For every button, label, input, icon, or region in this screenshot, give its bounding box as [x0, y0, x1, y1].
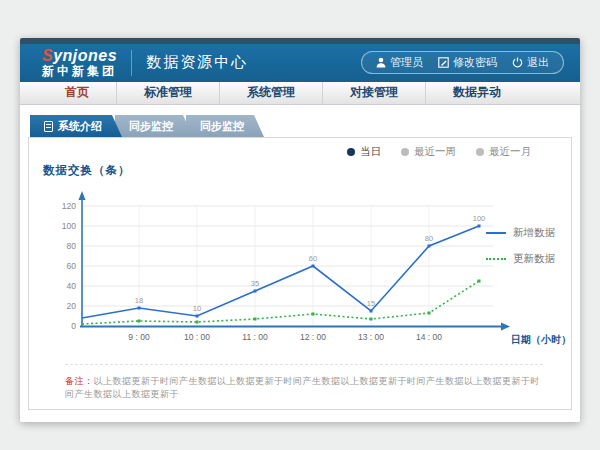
- svg-text:20: 20: [67, 301, 77, 311]
- svg-text:100: 100: [473, 214, 486, 223]
- svg-text:9 : 00: 9 : 00: [128, 332, 150, 342]
- radio-label: 当日: [360, 145, 381, 159]
- current-user-label: 管理员: [390, 55, 423, 70]
- radio-today[interactable]: 当日: [347, 145, 381, 159]
- tab-label: 同步监控: [200, 119, 244, 134]
- svg-text:100: 100: [62, 221, 76, 231]
- svg-text:80: 80: [425, 234, 433, 243]
- svg-text:日期（小时）: 日期（小时）: [511, 334, 571, 345]
- footnote-text: 以上数据更新于时间产生数据以上数据更新于时间产生数据以上数据更新于时间产生数据以…: [65, 376, 540, 399]
- page-background: Synjones 新中新集团 数据资源中心 管理员 修改密码: [0, 0, 600, 450]
- svg-text:60: 60: [67, 261, 77, 271]
- content-area: 系统介绍 同步监控 同步监控 当日 最近一周: [20, 105, 580, 422]
- svg-text:40: 40: [67, 281, 77, 291]
- change-password-button[interactable]: 修改密码: [438, 55, 497, 70]
- legend-label: 更新数据: [513, 252, 555, 266]
- tab-label: 系统介绍: [58, 119, 102, 134]
- svg-text:18: 18: [135, 296, 143, 305]
- nav-item-standard-mgmt[interactable]: 标准管理: [117, 82, 220, 104]
- account-toolbar: 管理员 修改密码 退出: [361, 51, 564, 74]
- logout-label: 退出: [527, 55, 549, 70]
- time-range-radio-group: 当日 最近一周 最近一月: [37, 144, 563, 159]
- svg-text:13 : 00: 13 : 00: [358, 332, 384, 342]
- legend-label: 新增数据: [513, 226, 555, 240]
- document-icon: [44, 121, 53, 132]
- svg-text:12 : 00: 12 : 00: [300, 332, 326, 342]
- chart-panel: 当日 最近一周 最近一月 数据交换（条） 0204060801001209 : …: [28, 137, 572, 410]
- svg-text:14 : 00: 14 : 00: [416, 332, 442, 342]
- user-icon: [376, 57, 386, 68]
- radio-dot-icon: [476, 148, 484, 156]
- radio-dot-icon: [347, 148, 355, 156]
- page-title: 数据资源中心: [146, 53, 248, 72]
- logout-button[interactable]: 退出: [512, 55, 549, 70]
- logo-wordmark: Synjones: [42, 48, 117, 65]
- solid-line-swatch-icon: [486, 232, 506, 234]
- radio-dot-icon: [401, 148, 409, 156]
- edit-icon: [438, 57, 449, 68]
- app-header: Synjones 新中新集团 数据资源中心 管理员 修改密码: [20, 44, 580, 82]
- y-axis-title: 数据交换（条）: [43, 163, 563, 178]
- tab-sync-monitor-1[interactable]: 同步监控: [115, 115, 193, 137]
- tab-system-intro[interactable]: 系统介绍: [30, 115, 122, 137]
- header-divider: [131, 50, 132, 76]
- chart-legend: 新增数据 更新数据: [486, 226, 555, 266]
- svg-text:0: 0: [71, 321, 76, 331]
- nav-item-home[interactable]: 首页: [38, 82, 117, 104]
- footnote: 备注：以上数据更新于时间产生数据以上数据更新于时间产生数据以上数据更新于时间产生…: [65, 364, 543, 401]
- nav-item-system-mgmt[interactable]: 系统管理: [220, 82, 323, 104]
- line-chart: 0204060801001209 : 0010 : 0011 : 0012 : …: [37, 180, 577, 358]
- svg-text:10: 10: [193, 304, 201, 313]
- nav-item-interface-mgmt[interactable]: 对接管理: [323, 82, 426, 104]
- legend-item-updated-data[interactable]: 更新数据: [486, 252, 555, 266]
- svg-text:11 : 00: 11 : 00: [242, 332, 268, 342]
- company-logo: Synjones 新中新集团: [42, 48, 117, 77]
- radio-last-month[interactable]: 最近一月: [476, 145, 531, 159]
- change-password-label: 修改密码: [453, 55, 497, 70]
- svg-text:80: 80: [67, 241, 77, 251]
- footnote-label: 备注：: [65, 376, 94, 386]
- svg-text:10 : 00: 10 : 00: [184, 332, 210, 342]
- svg-text:60: 60: [309, 254, 317, 263]
- radio-label: 最近一月: [489, 145, 531, 159]
- app-window: Synjones 新中新集团 数据资源中心 管理员 修改密码: [20, 38, 580, 422]
- main-nav: 首页 标准管理 系统管理 对接管理 数据异动: [20, 82, 580, 105]
- radio-last-week[interactable]: 最近一周: [401, 145, 456, 159]
- legend-item-new-data[interactable]: 新增数据: [486, 226, 555, 240]
- tab-bar: 系统介绍 同步监控 同步监控: [30, 115, 580, 137]
- nav-item-data-change[interactable]: 数据异动: [426, 82, 528, 104]
- logo-company-name: 新中新集团: [42, 65, 117, 78]
- current-user-button[interactable]: 管理员: [376, 55, 423, 70]
- radio-label: 最近一周: [414, 145, 456, 159]
- tab-sync-monitor-2[interactable]: 同步监控: [186, 115, 264, 137]
- tab-label: 同步监控: [129, 119, 173, 134]
- logout-power-icon: [512, 57, 523, 68]
- svg-text:15: 15: [367, 299, 375, 308]
- dotted-line-swatch-icon: [486, 258, 506, 260]
- svg-text:120: 120: [62, 201, 76, 211]
- svg-text:35: 35: [251, 279, 259, 288]
